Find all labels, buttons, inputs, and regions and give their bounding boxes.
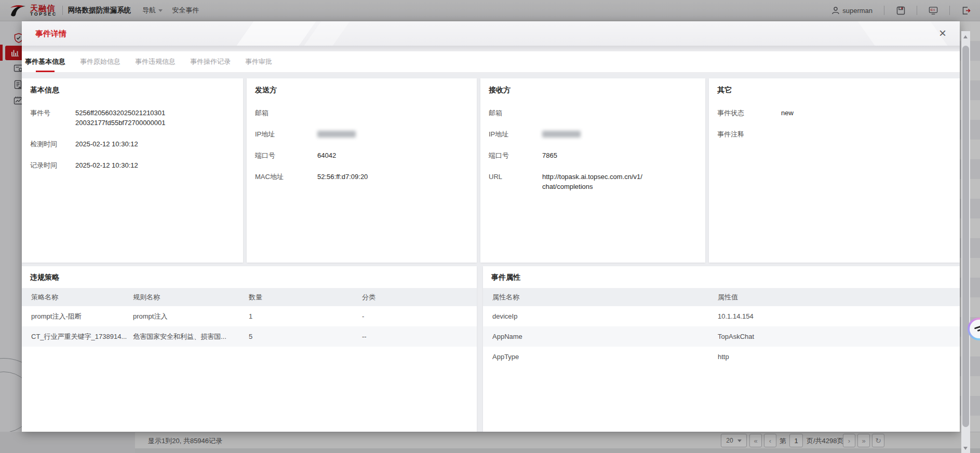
- card-basic-info: 基本信息 事件号5256ff20560320250212103012003217…: [22, 78, 243, 263]
- panel-violation-policy: 违规策略 策略名称 规则名称 数量 分类 prompt注入-阻断 prompt注…: [22, 266, 477, 432]
- field-value: 64042: [317, 150, 336, 160]
- policy-table-header: 策略名称 规则名称 数量 分类: [22, 289, 477, 306]
- field-value: http://topask.ai.topsec.com.cn/v1/chat/c…: [542, 172, 644, 191]
- cell-category: -: [362, 312, 477, 320]
- field-label: 邮箱: [489, 108, 542, 118]
- panel-event-attributes: 事件属性 属性名称 属性值 deviceIp 10.1.14.154 AppNa…: [483, 266, 960, 432]
- card-receiver: 接收方 邮箱 IP地址 端口号7865 URLhttp://topask.ai.…: [480, 78, 705, 263]
- field-label: URL: [489, 172, 542, 191]
- card-title: 接收方: [489, 86, 697, 95]
- tab-approval[interactable]: 事件审批: [245, 51, 272, 72]
- column-header: 规则名称: [133, 293, 249, 302]
- column-header: 属性名称: [483, 293, 718, 302]
- modal-tabs: 事件基本信息 事件原始信息 事件违规信息 事件操作记录 事件审批: [22, 51, 960, 73]
- column-header: 数量: [249, 293, 362, 302]
- tab-violation-info[interactable]: 事件违规信息: [135, 51, 176, 72]
- cell-attr-name: AppName: [483, 333, 718, 340]
- card-sender: 发送方 邮箱 IP地址 端口号64042 MAC地址52:56:ff:d7:09…: [247, 78, 477, 263]
- app-root: 天融信 TOPSEC 网络数据防泄漏系统 导航 安全事件 superman: [0, 0, 980, 453]
- field-value: new: [781, 108, 794, 118]
- scroll-up-arrow-icon[interactable]: [963, 35, 968, 38]
- field-label: IP地址: [489, 129, 542, 139]
- field-label: 事件状态: [717, 108, 781, 118]
- cell-rule: 危害国家安全和利益、损害国...: [133, 332, 249, 341]
- panel-title: 违规策略: [22, 266, 477, 289]
- field-value: 7865: [542, 150, 557, 160]
- attr-table-row: AppType http: [483, 347, 960, 367]
- field-label: 端口号: [489, 150, 542, 160]
- modal-title: 事件详情: [35, 21, 66, 46]
- ai-assistant-icon: [970, 320, 980, 338]
- modal-scrollbar[interactable]: [961, 31, 970, 453]
- card-other: 其它 事件状态new 事件注释: [709, 78, 960, 263]
- attr-table-row: AppName TopAskChat: [483, 326, 960, 347]
- cell-rule: prompt注入: [133, 312, 249, 321]
- field-label: 邮箱: [255, 108, 317, 118]
- cell-category: --: [362, 333, 477, 340]
- panel-title: 事件属性: [483, 266, 960, 289]
- close-icon[interactable]: ×: [939, 26, 946, 40]
- field-label: 事件号: [30, 108, 75, 128]
- redacted-ip-value: [317, 131, 356, 138]
- header-decor: [234, 21, 318, 46]
- cell-attr-name: deviceIp: [483, 312, 718, 320]
- redacted-ip-value: [542, 131, 581, 138]
- scrollbar-thumb[interactable]: [962, 46, 969, 427]
- field-label: MAC地址: [255, 172, 317, 182]
- policy-table-row: prompt注入-阻断 prompt注入 1 -: [22, 306, 477, 326]
- modal-header: 事件详情 ×: [22, 21, 960, 46]
- attr-table-header: 属性名称 属性值: [483, 289, 960, 306]
- attr-table-row: deviceIp 10.1.14.154: [483, 306, 960, 326]
- field-value: 2025-02-12 10:30:12: [75, 139, 138, 149]
- field-value: 2025-02-12 10:30:12: [75, 160, 138, 170]
- field-value: 52:56:ff:d7:09:20: [317, 172, 368, 182]
- cell-attr-value: TopAskChat: [718, 333, 960, 340]
- column-header: 属性值: [718, 293, 960, 302]
- field-label: 记录时间: [30, 160, 75, 170]
- field-value: 5256ff205603202502121030120032177fd55bf7…: [75, 108, 167, 128]
- tab-raw-info[interactable]: 事件原始信息: [80, 51, 120, 72]
- tab-basic-info[interactable]: 事件基本信息: [25, 51, 65, 72]
- card-title: 发送方: [255, 86, 468, 95]
- cell-count: 5: [249, 333, 362, 340]
- card-title: 其它: [717, 86, 951, 95]
- field-label: 端口号: [255, 150, 317, 160]
- cell-policy: prompt注入-阻断: [22, 312, 133, 321]
- policy-table-row: CT_行业严重关键字_1738914... 危害国家安全和利益、损害国... 5…: [22, 326, 477, 347]
- scroll-down-arrow-icon[interactable]: [963, 447, 968, 450]
- cell-policy: CT_行业严重关键字_1738914...: [22, 332, 133, 341]
- tab-operation-log[interactable]: 事件操作记录: [190, 51, 231, 72]
- column-header: 策略名称: [22, 293, 133, 302]
- field-label: 事件注释: [717, 129, 781, 139]
- header-decor: [855, 21, 949, 46]
- cell-attr-value: http: [718, 353, 960, 361]
- cell-count: 1: [249, 312, 362, 320]
- modal-body: 基本信息 事件号5256ff20560320250212103012003217…: [22, 73, 960, 432]
- header-shadow-band: [22, 46, 960, 51]
- column-header: 分类: [362, 293, 477, 302]
- cell-attr-value: 10.1.14.154: [718, 312, 960, 320]
- field-label: IP地址: [255, 129, 317, 139]
- cell-attr-name: AppType: [483, 353, 718, 361]
- card-title: 基本信息: [30, 86, 235, 95]
- event-detail-modal: 事件详情 × 事件基本信息 事件原始信息 事件违规信息 事件操作记录 事件审批 …: [22, 21, 960, 432]
- field-label: 检测时间: [30, 139, 75, 149]
